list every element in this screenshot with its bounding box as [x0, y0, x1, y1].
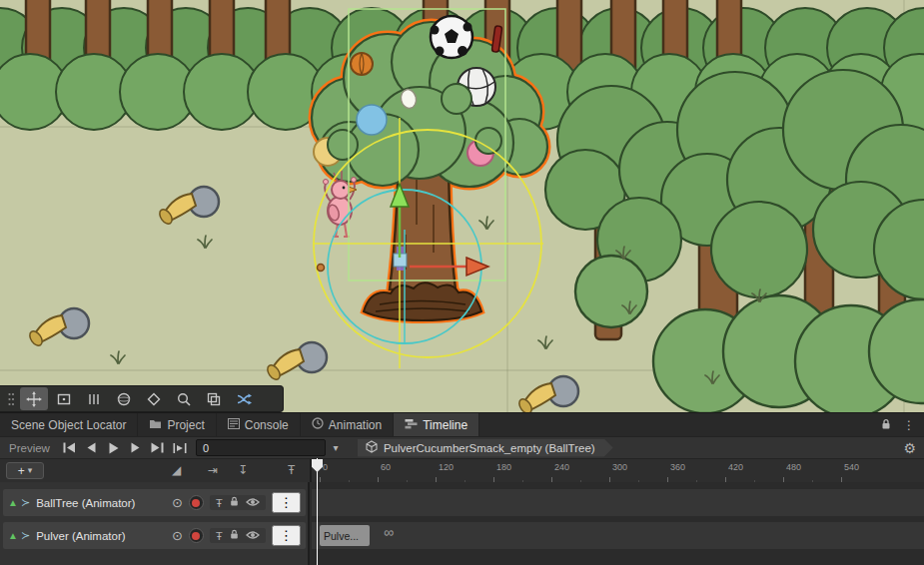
cube-icon: [366, 440, 378, 455]
tabbar-controls: ⋮: [881, 413, 924, 436]
previous-frame-button[interactable]: [81, 437, 103, 459]
record-dot: [192, 532, 200, 540]
frame-value: 0: [203, 442, 209, 454]
layers-tool-button[interactable]: [200, 387, 228, 410]
track-row[interactable]: ▲ ≻ BallTree (Animator) ⊙ Ŧ ⋮: [3, 489, 306, 516]
track-type-arrow-icon: ≻: [21, 529, 30, 542]
animation-track-icon: ▲: [8, 530, 18, 541]
record-dot: [192, 499, 200, 507]
markers-toggle-icon[interactable]: Ŧ: [282, 463, 301, 477]
scene-canvas[interactable]: [0, 0, 924, 412]
ruler-tick-label: 180: [496, 462, 511, 472]
next-frame-button[interactable]: [125, 437, 147, 459]
panel-tab-bar: Scene Object Locator Project Console Ani…: [0, 412, 924, 436]
preview-toggle-button[interactable]: Preview: [0, 442, 59, 454]
track-header-column: ▲ ≻ BallTree (Animator) ⊙ Ŧ ⋮ ▲ ≻ Pulver…: [0, 482, 310, 565]
clock-icon: [312, 417, 324, 432]
animation-track-icon: ▲: [8, 497, 18, 508]
animation-clip[interactable]: Pulve...: [320, 525, 370, 546]
track-type-arrow-icon: ≻: [21, 496, 30, 509]
object-picker-icon[interactable]: ⊙: [172, 495, 183, 510]
search-tool-button[interactable]: [170, 387, 198, 410]
lock-icon[interactable]: [230, 496, 239, 509]
folder-icon: [149, 418, 162, 432]
eye-icon[interactable]: [246, 530, 260, 542]
probuilder-tool-button[interactable]: [140, 387, 168, 410]
curves-view-icon[interactable]: ◢: [166, 463, 187, 477]
add-track-button[interactable]: + ▾: [6, 462, 44, 479]
playhead-line: [317, 458, 318, 565]
timeline-header-row: + ▾ ◢ ⇥ ↧ Ŧ 060120180240300360420480540: [0, 458, 924, 482]
track-name: Pulver (Animator): [36, 530, 166, 542]
object-picker-icon[interactable]: ⊙: [172, 528, 183, 543]
move-tool-button[interactable]: [20, 387, 48, 410]
rect-tool-button[interactable]: [50, 387, 78, 410]
drag-handle-icon[interactable]: [4, 387, 18, 410]
transport-controls: [59, 437, 191, 459]
timeline-ruler[interactable]: 060120180240300360420480540: [310, 459, 924, 483]
shuffle-tool-button[interactable]: [230, 387, 258, 410]
infinite-clip-indicator: ∞: [384, 524, 394, 540]
pumpkin-object[interactable]: [351, 53, 373, 75]
tab-label: Project: [167, 418, 204, 432]
lock-icon[interactable]: [230, 529, 239, 542]
scene-view[interactable]: [0, 0, 924, 412]
ruler-tick-label: 120: [439, 462, 454, 472]
kebab-menu-icon[interactable]: ⋮: [272, 492, 301, 513]
tab-console[interactable]: Console: [217, 413, 301, 436]
ruler-tick-label: 0: [323, 462, 328, 472]
marker-out-icon[interactable]: ↧: [232, 463, 254, 477]
lock-icon[interactable]: [881, 418, 891, 432]
record-button[interactable]: [189, 528, 204, 543]
ruler-tick-label: 420: [728, 462, 743, 472]
play-range-button[interactable]: [169, 437, 191, 459]
record-button[interactable]: [189, 495, 204, 510]
track-lane[interactable]: [312, 489, 924, 516]
timeline-icon: [405, 418, 418, 432]
scene-tools-overlay: [0, 385, 284, 412]
ruler-tick-label: 540: [844, 462, 859, 472]
tab-label: Timeline: [423, 418, 467, 432]
tab-label: Animation: [329, 418, 382, 432]
pin-icon[interactable]: Ŧ: [216, 530, 223, 542]
play-button[interactable]: [103, 437, 125, 459]
tab-animation[interactable]: Animation: [301, 413, 394, 436]
console-icon: [228, 418, 240, 432]
track-option-group: Ŧ: [210, 528, 266, 543]
track-option-group: Ŧ: [210, 495, 266, 510]
timeline-body: Pulve... ∞ ▲ ≻ BallTree (Animator) ⊙ Ŧ ⋮…: [0, 482, 924, 565]
breadcrumb-label: PulverCucumberSmack_empty (BallTree): [384, 442, 595, 454]
tab-label: Scene Object Locator: [11, 418, 126, 432]
ruler-tick-label: 480: [786, 462, 801, 472]
goto-start-button[interactable]: [59, 437, 81, 459]
add-label: +: [18, 465, 25, 477]
goto-end-button[interactable]: [147, 437, 169, 459]
ruler-tick-label: 60: [381, 462, 391, 472]
soccer-ball-object[interactable]: [431, 16, 473, 58]
eye-icon[interactable]: [246, 497, 260, 509]
pin-icon[interactable]: Ŧ: [216, 497, 223, 509]
tab-timeline[interactable]: Timeline: [394, 413, 479, 436]
marker-in-icon[interactable]: ⇥: [202, 463, 224, 477]
kebab-menu-icon[interactable]: ⋮: [903, 419, 915, 431]
chevron-down-icon: ▾: [28, 466, 33, 475]
gear-icon[interactable]: ⚙: [903, 441, 916, 455]
timeline-breadcrumb[interactable]: PulverCucumberSmack_empty (BallTree): [358, 439, 613, 457]
track-row[interactable]: ▲ ≻ Pulver (Animator) ⊙ Ŧ ⋮: [3, 522, 306, 549]
tab-project[interactable]: Project: [138, 413, 216, 436]
tab-scene-object-locator[interactable]: Scene Object Locator: [0, 413, 138, 436]
grid-tool-button[interactable]: [80, 387, 108, 410]
ruler-tick-label: 240: [554, 462, 569, 472]
timeline-toolbar: Preview 0 ▾ PulverCucumberSmack_empty (B…: [0, 436, 924, 458]
tab-label: Console: [245, 418, 289, 432]
unity-editor-window: Scene Object Locator Project Console Ani…: [0, 0, 924, 565]
track-lane[interactable]: Pulve... ∞: [312, 522, 924, 549]
blue-ball-object[interactable]: [357, 105, 387, 135]
kebab-menu-icon[interactable]: ⋮: [272, 525, 301, 546]
track-name: BallTree (Animator): [36, 497, 166, 509]
frame-options-dropdown[interactable]: ▾: [326, 437, 346, 459]
sphere-gizmo-tool-button[interactable]: [110, 387, 138, 410]
ruler-tick-label: 360: [670, 462, 685, 472]
current-frame-input[interactable]: 0: [196, 439, 326, 456]
ruler-tick-label: 300: [612, 462, 627, 472]
